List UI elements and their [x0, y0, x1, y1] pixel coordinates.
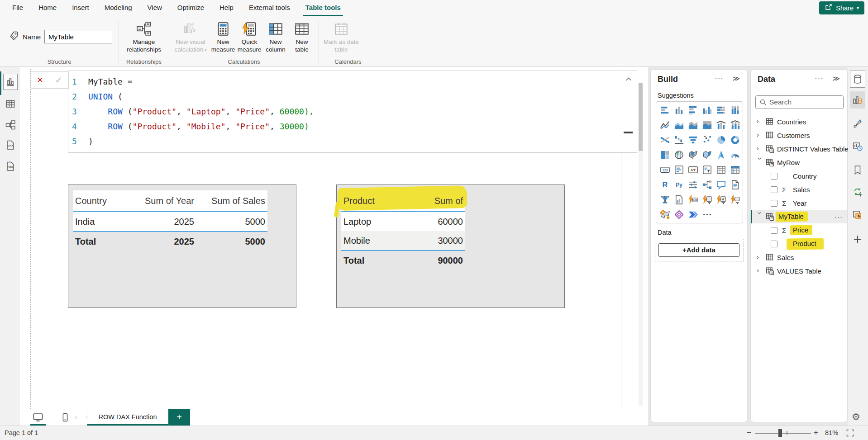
- tree-item-countries[interactable]: ›Countries: [751, 115, 847, 128]
- stacked-column-chart-icon[interactable]: [672, 103, 686, 118]
- chevron-collapsed-icon[interactable]: ›: [757, 144, 763, 152]
- tree-item-country[interactable]: Country: [751, 169, 847, 183]
- donut-chart-icon[interactable]: [728, 132, 742, 147]
- arcgis-map-icon[interactable]: [658, 207, 672, 222]
- manage-relationships-button[interactable]: Manage relationships: [121, 16, 167, 54]
- funnel-chart-icon[interactable]: [686, 132, 700, 147]
- metrics-icon[interactable]: [658, 192, 672, 207]
- filled-map-icon[interactable]: [686, 147, 700, 162]
- collapse-editor-icon[interactable]: [624, 75, 633, 84]
- get-more-visuals-icon[interactable]: [700, 207, 714, 222]
- share-button[interactable]: Share ▾: [819, 1, 864, 14]
- menu-item-view[interactable]: View: [140, 0, 170, 16]
- tree-item-distinct-values-table[interactable]: ›DISTINCT Values Table: [751, 142, 847, 156]
- dax-formula-editor[interactable]: 1MyTable =2UNION (3 ROW ("Product", "Lap…: [68, 71, 637, 153]
- power-automate-icon[interactable]: [686, 207, 700, 222]
- editor-resize-handle[interactable]: [624, 132, 633, 133]
- tree-item-mytable[interactable]: ›MyTable···: [751, 210, 847, 223]
- performance-analyzer-button[interactable]: [850, 138, 865, 155]
- azure-map-icon[interactable]: [714, 147, 728, 162]
- menu-item-file[interactable]: File: [5, 0, 31, 16]
- chevron-collapsed-icon[interactable]: ›: [757, 131, 763, 138]
- checkbox[interactable]: [771, 200, 777, 207]
- build-visual-pane-toggle-button[interactable]: [850, 91, 865, 109]
- new-slicer-icon[interactable]: [700, 192, 714, 207]
- matrix-icon[interactable]: [728, 162, 742, 177]
- more-options-icon[interactable]: ···: [835, 213, 843, 221]
- column-header[interactable]: Country: [73, 190, 126, 211]
- line-and-clustered-column-chart-icon[interactable]: [714, 118, 728, 132]
- python-visual-icon[interactable]: Py: [672, 177, 686, 192]
- line-and-stacked-column-chart-icon[interactable]: [728, 118, 742, 132]
- dax-query-view-button[interactable]: DAX: [3, 137, 18, 153]
- menu-item-table-tools[interactable]: Table tools: [298, 0, 348, 16]
- table-name-input[interactable]: [44, 30, 112, 43]
- menu-item-external-tools[interactable]: External tools: [241, 0, 298, 16]
- previous-page-icon[interactable]: ‹: [71, 409, 81, 426]
- clustered-column-chart-icon[interactable]: [700, 103, 714, 118]
- chevron-expanded-icon[interactable]: ›: [756, 212, 764, 218]
- tree-item-myrow[interactable]: ›MyRow: [751, 156, 847, 169]
- menu-item-help[interactable]: Help: [212, 0, 241, 16]
- fit-to-page-icon[interactable]: [845, 428, 855, 440]
- new-page-button[interactable]: +: [168, 409, 190, 426]
- data-pane-toggle-button[interactable]: [850, 71, 865, 88]
- 100-stacked-column-chart-icon[interactable]: [728, 103, 742, 118]
- more-options-icon[interactable]: ···: [815, 74, 824, 83]
- treemap-icon[interactable]: [658, 147, 672, 162]
- collapse-pane-icon[interactable]: ≫: [832, 74, 840, 83]
- column-header[interactable]: Sum of Year: [126, 190, 196, 211]
- kpi-icon[interactable]: [686, 162, 700, 177]
- 100-stacked-area-chart-icon[interactable]: [700, 118, 714, 132]
- tree-item-sales[interactable]: ΣSales: [751, 183, 847, 196]
- bookmarks-button[interactable]: [850, 161, 865, 179]
- decomposition-tree-icon[interactable]: [700, 177, 714, 192]
- line-chart-icon[interactable]: [658, 118, 672, 132]
- tree-item-sales[interactable]: ›Sales: [751, 251, 847, 264]
- power-apps-icon[interactable]: [672, 207, 686, 222]
- desktop-layout-button[interactable]: [28, 411, 48, 424]
- shape-map-icon[interactable]: [700, 147, 714, 162]
- tree-item-customers[interactable]: ›Customers: [751, 128, 847, 142]
- zoom-slider[interactable]: [755, 433, 811, 434]
- chevron-expanded-icon[interactable]: ›: [756, 158, 764, 164]
- add-visual-button[interactable]: [850, 231, 865, 248]
- text-slicer-icon[interactable]: A: [714, 192, 728, 207]
- format-pane-toggle-button[interactable]: [850, 115, 865, 132]
- map-icon[interactable]: [672, 147, 686, 162]
- table-visual[interactable]: ProductSum of PriceLaptop60000Mobile3000…: [336, 185, 565, 308]
- card-icon[interactable]: 123: [658, 162, 672, 177]
- report-canvas[interactable]: × ✓ 1MyTable =2UNION (3 ROW ("Product", …: [20, 67, 648, 426]
- tree-item-price[interactable]: ΣPrice: [751, 223, 847, 237]
- stacked-area-chart-icon[interactable]: [686, 118, 700, 132]
- column-header[interactable]: Sum of Sales: [196, 190, 267, 211]
- tree-item-year[interactable]: ΣYear: [751, 196, 847, 210]
- column-header[interactable]: Sum of Price: [409, 190, 465, 211]
- chevron-collapsed-icon[interactable]: ›: [757, 117, 763, 125]
- page-tab[interactable]: ROW DAX Function: [87, 409, 168, 426]
- gauge-icon[interactable]: [728, 147, 742, 162]
- table-row[interactable]: Mobile30000: [341, 231, 465, 251]
- table-view-button[interactable]: [3, 96, 18, 112]
- new-card-icon[interactable]: 123: [686, 192, 700, 207]
- table-row[interactable]: Laptop60000: [341, 212, 465, 231]
- chevron-collapsed-icon[interactable]: ›: [757, 253, 763, 260]
- menu-item-optimize[interactable]: Optimize: [170, 0, 212, 16]
- report-view-button[interactable]: [3, 74, 18, 90]
- gear-icon[interactable]: ⚙: [852, 412, 860, 422]
- button-slicer-icon[interactable]: [728, 192, 742, 207]
- checkbox[interactable]: [771, 173, 777, 180]
- checkbox[interactable]: [771, 186, 777, 193]
- commit-formula-icon[interactable]: ✓: [55, 76, 62, 85]
- sync-slicers-button[interactable]: [850, 184, 865, 201]
- menu-item-insert[interactable]: Insert: [64, 0, 97, 16]
- clustered-bar-chart-icon[interactable]: [686, 103, 700, 118]
- cancel-formula-icon[interactable]: ×: [37, 75, 43, 85]
- menu-item-home[interactable]: Home: [31, 0, 64, 16]
- key-influencers-icon[interactable]: [686, 177, 700, 192]
- smart-narrative-icon[interactable]: [728, 177, 742, 192]
- zoom-slider-thumb[interactable]: [778, 429, 782, 437]
- paginated-report-icon[interactable]: [672, 192, 686, 207]
- table-icon[interactable]: [714, 162, 728, 177]
- table-visual[interactable]: CountrySum of YearSum of SalesIndia20255…: [68, 185, 296, 308]
